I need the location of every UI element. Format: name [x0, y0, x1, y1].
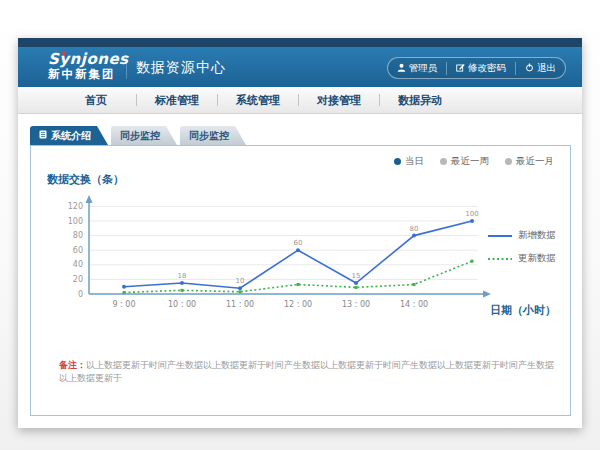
- svg-text:100: 100: [465, 210, 478, 218]
- svg-text:0: 0: [78, 290, 83, 299]
- footer-note: 备注：以上数据更新于时间产生数据以上数据更新于时间产生数据以上数据更新于时间产生…: [59, 359, 562, 384]
- tab-bar: 系统介绍同步监控同步监控: [30, 126, 246, 145]
- header-divider: [126, 55, 127, 79]
- screenshot-stage: Synjones 新中新集团 数据资源中心 管理员修改密码退出 首页标准管理系统…: [0, 0, 600, 450]
- document-icon: [39, 130, 47, 141]
- svg-text:9 : 00: 9 : 00: [112, 300, 135, 309]
- top-accent-strip: [18, 38, 582, 47]
- app-window: Synjones 新中新集团 数据资源中心 管理员修改密码退出 首页标准管理系统…: [18, 38, 582, 428]
- svg-text:12 : 00: 12 : 00: [284, 300, 312, 309]
- footer-note-text: 以上数据更新于时间产生数据以上数据更新于时间产生数据以上数据更新于时间产生数据以…: [59, 360, 554, 383]
- svg-text:13 : 00: 13 : 00: [342, 300, 370, 309]
- radio-dot-icon: [505, 158, 512, 165]
- power-icon: [525, 63, 534, 74]
- svg-text:80: 80: [73, 231, 83, 240]
- svg-text:80: 80: [410, 225, 419, 233]
- nav-item-4[interactable]: 数据异动: [380, 93, 460, 108]
- footer-note-prefix: 备注：: [59, 360, 86, 370]
- filter-2[interactable]: 最近一月: [505, 155, 554, 168]
- tab-1[interactable]: 同步监控: [111, 126, 177, 145]
- nav-item-0[interactable]: 首页: [56, 93, 136, 108]
- user-actions-group: 管理员修改密码退出: [387, 57, 567, 79]
- user-action-0[interactable]: 管理员: [388, 62, 447, 75]
- filter-1[interactable]: 最近一周: [440, 155, 489, 168]
- svg-text:11 : 00: 11 : 00: [226, 300, 254, 309]
- user-icon: [397, 63, 406, 74]
- line-chart: 0204060801001209 : 0010 : 0011 : 0012 : …: [47, 189, 499, 317]
- svg-text:60: 60: [294, 239, 303, 247]
- content-panel: 当日最近一周最近一月 数据交换（条） 0204060801001209 : 00…: [30, 145, 571, 416]
- radio-dot-icon: [440, 158, 447, 165]
- app-header: Synjones 新中新集团 数据资源中心 管理员修改密码退出: [18, 47, 582, 87]
- company-logo: Synjones 新中新集团: [48, 50, 129, 82]
- legend-item-0: 新增数据: [488, 229, 556, 242]
- edit-icon: [456, 63, 465, 74]
- main-nav: 首页标准管理系统管理对接管理数据异动: [18, 87, 582, 114]
- svg-text:10: 10: [236, 277, 245, 285]
- chart-legend: 新增数据更新数据: [488, 229, 556, 275]
- svg-text:14 : 00: 14 : 00: [400, 300, 428, 309]
- svg-text:20: 20: [73, 275, 83, 284]
- svg-text:120: 120: [68, 202, 83, 211]
- range-filter-group: 当日最近一周最近一月: [394, 155, 554, 168]
- chart-y-axis-title: 数据交换（条）: [47, 172, 124, 187]
- nav-item-2[interactable]: 系统管理: [218, 93, 298, 108]
- svg-text:18: 18: [178, 272, 187, 280]
- svg-text:10 : 00: 10 : 00: [168, 300, 196, 309]
- nav-item-3[interactable]: 对接管理: [299, 93, 379, 108]
- app-title: 数据资源中心: [136, 59, 226, 77]
- svg-text:40: 40: [73, 260, 83, 269]
- brand-name: Synjones: [48, 51, 129, 68]
- radio-dot-icon: [394, 158, 401, 165]
- tab-0[interactable]: 系统介绍: [30, 126, 108, 145]
- company-name: 新中新集团: [48, 68, 129, 81]
- legend-item-1: 更新数据: [488, 252, 556, 265]
- nav-item-1[interactable]: 标准管理: [137, 93, 217, 108]
- user-action-2[interactable]: 退出: [515, 62, 565, 75]
- svg-text:100: 100: [68, 217, 83, 226]
- svg-text:15: 15: [352, 272, 361, 280]
- legend-swatch-icon: [488, 256, 512, 262]
- user-action-1[interactable]: 修改密码: [446, 62, 515, 75]
- chart-x-axis-title: 日期（小时）: [490, 303, 556, 318]
- legend-swatch-icon: [488, 233, 512, 239]
- filter-0[interactable]: 当日: [394, 155, 424, 168]
- svg-text:60: 60: [73, 246, 83, 255]
- tab-2[interactable]: 同步监控: [180, 126, 246, 145]
